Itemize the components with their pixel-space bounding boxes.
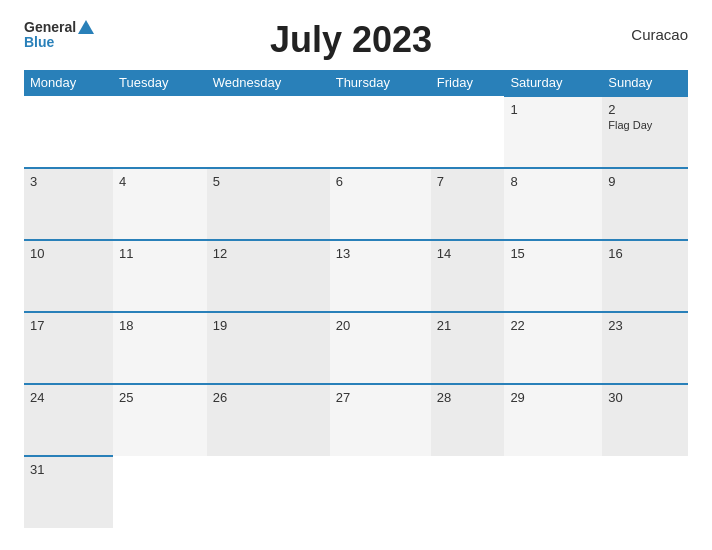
calendar-cell: 1 bbox=[504, 96, 602, 168]
calendar-cell bbox=[431, 456, 505, 528]
calendar-cell: 30 bbox=[602, 384, 688, 456]
day-number: 16 bbox=[608, 246, 682, 261]
calendar-cell: 7 bbox=[431, 168, 505, 240]
day-number: 5 bbox=[213, 174, 324, 189]
day-number: 21 bbox=[437, 318, 499, 333]
day-number: 6 bbox=[336, 174, 425, 189]
calendar-cell bbox=[207, 456, 330, 528]
day-number: 11 bbox=[119, 246, 201, 261]
col-header-wednesday: Wednesday bbox=[207, 70, 330, 96]
calendar-cell: 15 bbox=[504, 240, 602, 312]
day-number: 20 bbox=[336, 318, 425, 333]
region-label: Curacao bbox=[608, 20, 688, 43]
col-header-tuesday: Tuesday bbox=[113, 70, 207, 96]
calendar-cell bbox=[431, 96, 505, 168]
col-header-monday: Monday bbox=[24, 70, 113, 96]
calendar-cell: 31 bbox=[24, 456, 113, 528]
calendar-cell: 29 bbox=[504, 384, 602, 456]
calendar-cell bbox=[113, 96, 207, 168]
calendar-cell: 14 bbox=[431, 240, 505, 312]
week-row-2: 3456789 bbox=[24, 168, 688, 240]
week-row-3: 10111213141516 bbox=[24, 240, 688, 312]
calendar-table: MondayTuesdayWednesdayThursdayFridaySatu… bbox=[24, 70, 688, 528]
day-number: 27 bbox=[336, 390, 425, 405]
calendar-cell bbox=[330, 456, 431, 528]
calendar-cell: 10 bbox=[24, 240, 113, 312]
week-row-4: 17181920212223 bbox=[24, 312, 688, 384]
day-number: 29 bbox=[510, 390, 596, 405]
calendar-cell: 6 bbox=[330, 168, 431, 240]
calendar-title: July 2023 bbox=[94, 20, 608, 60]
col-header-friday: Friday bbox=[431, 70, 505, 96]
logo-general-text: General bbox=[24, 20, 76, 34]
week-row-1: 12Flag Day bbox=[24, 96, 688, 168]
calendar-cell: 26 bbox=[207, 384, 330, 456]
day-number: 30 bbox=[608, 390, 682, 405]
day-number: 23 bbox=[608, 318, 682, 333]
calendar-cell: 2Flag Day bbox=[602, 96, 688, 168]
col-header-sunday: Sunday bbox=[602, 70, 688, 96]
day-number: 26 bbox=[213, 390, 324, 405]
calendar-header: General Blue July 2023 Curacao bbox=[24, 20, 688, 60]
day-number: 2 bbox=[608, 102, 682, 117]
calendar-cell: 12 bbox=[207, 240, 330, 312]
day-number: 22 bbox=[510, 318, 596, 333]
day-number: 17 bbox=[30, 318, 107, 333]
day-number: 28 bbox=[437, 390, 499, 405]
day-number: 10 bbox=[30, 246, 107, 261]
calendar-cell: 25 bbox=[113, 384, 207, 456]
day-number: 8 bbox=[510, 174, 596, 189]
calendar-cell: 24 bbox=[24, 384, 113, 456]
day-number: 3 bbox=[30, 174, 107, 189]
day-number: 24 bbox=[30, 390, 107, 405]
day-number: 7 bbox=[437, 174, 499, 189]
calendar-cell bbox=[113, 456, 207, 528]
logo-area: General Blue bbox=[24, 20, 94, 50]
day-number: 4 bbox=[119, 174, 201, 189]
calendar-cell: 22 bbox=[504, 312, 602, 384]
col-header-saturday: Saturday bbox=[504, 70, 602, 96]
day-number: 31 bbox=[30, 462, 107, 477]
calendar-cell: 8 bbox=[504, 168, 602, 240]
calendar-cell: 5 bbox=[207, 168, 330, 240]
calendar-header-row: MondayTuesdayWednesdayThursdayFridaySatu… bbox=[24, 70, 688, 96]
logo-blue-text: Blue bbox=[24, 34, 54, 50]
day-number: 15 bbox=[510, 246, 596, 261]
logo-triangle-icon bbox=[78, 20, 94, 34]
day-number: 19 bbox=[213, 318, 324, 333]
day-number: 13 bbox=[336, 246, 425, 261]
calendar-cell: 17 bbox=[24, 312, 113, 384]
calendar-cell bbox=[504, 456, 602, 528]
calendar-cell: 9 bbox=[602, 168, 688, 240]
calendar-cell: 11 bbox=[113, 240, 207, 312]
calendar-cell: 4 bbox=[113, 168, 207, 240]
calendar-container: General Blue July 2023 Curacao MondayTue… bbox=[0, 0, 712, 550]
day-number: 12 bbox=[213, 246, 324, 261]
day-number: 1 bbox=[510, 102, 596, 117]
calendar-cell bbox=[602, 456, 688, 528]
day-number: 18 bbox=[119, 318, 201, 333]
calendar-cell: 20 bbox=[330, 312, 431, 384]
calendar-cell bbox=[207, 96, 330, 168]
col-header-thursday: Thursday bbox=[330, 70, 431, 96]
calendar-cell: 16 bbox=[602, 240, 688, 312]
week-row-6: 31 bbox=[24, 456, 688, 528]
calendar-cell: 19 bbox=[207, 312, 330, 384]
calendar-cell bbox=[24, 96, 113, 168]
calendar-cell: 3 bbox=[24, 168, 113, 240]
day-number: 9 bbox=[608, 174, 682, 189]
calendar-cell: 28 bbox=[431, 384, 505, 456]
calendar-cell: 27 bbox=[330, 384, 431, 456]
calendar-cell: 23 bbox=[602, 312, 688, 384]
day-number: 25 bbox=[119, 390, 201, 405]
calendar-cell: 21 bbox=[431, 312, 505, 384]
week-row-5: 24252627282930 bbox=[24, 384, 688, 456]
calendar-cell: 18 bbox=[113, 312, 207, 384]
day-event: Flag Day bbox=[608, 119, 682, 131]
day-number: 14 bbox=[437, 246, 499, 261]
calendar-cell: 13 bbox=[330, 240, 431, 312]
calendar-cell bbox=[330, 96, 431, 168]
